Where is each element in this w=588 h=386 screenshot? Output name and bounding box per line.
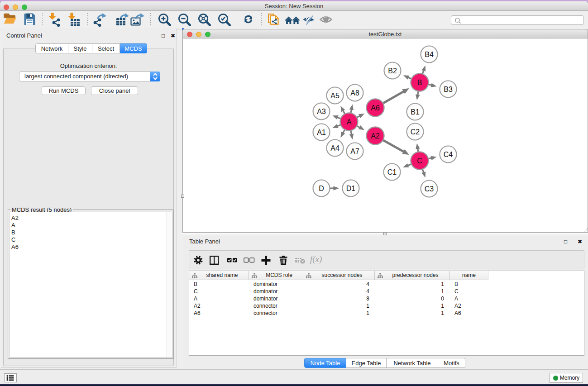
svg-text:A2: A2: [371, 132, 380, 140]
svg-text:B: B: [417, 79, 422, 86]
svg-text:B2: B2: [388, 67, 397, 75]
svg-text:A8: A8: [350, 89, 359, 97]
svg-text:A1: A1: [317, 129, 326, 136]
svg-text:A5: A5: [330, 92, 339, 100]
svg-text:D1: D1: [346, 185, 356, 192]
svg-text:B3: B3: [444, 86, 453, 93]
svg-text:A: A: [347, 118, 352, 126]
svg-text:C2: C2: [411, 128, 420, 136]
svg-text:A6: A6: [371, 104, 380, 112]
svg-text:D: D: [319, 185, 324, 192]
svg-text:A4: A4: [330, 144, 339, 152]
svg-text:B4: B4: [425, 51, 434, 58]
svg-text:C1: C1: [387, 168, 397, 176]
svg-text:C: C: [417, 157, 422, 165]
svg-text:A7: A7: [350, 148, 359, 155]
svg-text:C3: C3: [425, 185, 434, 193]
svg-text:B1: B1: [411, 108, 420, 116]
svg-text:A3: A3: [317, 108, 326, 115]
svg-text:C4: C4: [444, 151, 453, 158]
